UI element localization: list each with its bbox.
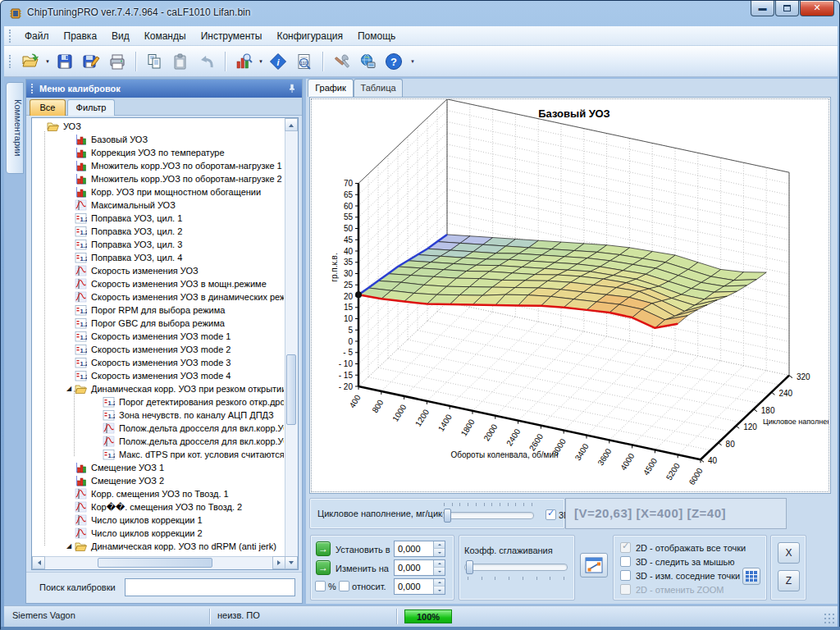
menu-правка[interactable]: Правка [57,28,105,44]
menu-инструменты[interactable]: Инструменты [194,28,270,44]
tree-item[interactable]: 1.2Порог RPM для выбора режима [34,304,284,317]
tab-table[interactable]: Таблица [354,79,403,97]
open-folder-button[interactable] [19,50,42,73]
tree-item[interactable]: ◢Динамическая корр. УОЗ при резком откры… [34,382,284,395]
fill-slider-thumb[interactable] [444,509,451,523]
tab-graph[interactable]: График [308,79,354,97]
close-button[interactable]: ✕ [800,1,834,16]
surface-chart[interactable]: 7065605550454035302520151050- 5- 10- 15-… [312,99,829,491]
scroll-right-button[interactable] [272,556,285,569]
tree-item[interactable]: Множитель корр.УОЗ по оборотам-нагрузке … [34,172,284,185]
info-button[interactable]: i [267,50,290,73]
tree-item[interactable]: 1.2Макс. dTPS при кот. условия считаются… [34,448,284,461]
spin-down-button[interactable] [433,568,445,575]
scroll-left-button[interactable] [32,556,45,569]
tree-item[interactable]: Коррекция УОЗ по температуре [34,146,284,159]
relative-checkbox[interactable] [339,581,349,591]
tree-item[interactable]: 1.2Скорость изменения УОЗ mode 3 [34,356,284,369]
print-button[interactable] [106,50,129,73]
change-value-spinner[interactable]: 0,000 [394,559,445,576]
tree-item[interactable]: Полож.дельта дросселя для вкл.корр.УОЗ 1 [34,422,284,435]
spin-up-button[interactable] [433,541,445,549]
tree-item[interactable]: Скорость изменения УОЗ в мощн.режиме [34,277,284,290]
minimize-button[interactable]: ▬ [751,1,774,16]
menu-помощь[interactable]: Помощь [350,28,403,44]
scroll-up-button[interactable] [285,118,298,131]
tree-item[interactable]: Число циклов коррекции 1 [34,514,284,527]
tree-item[interactable]: 1.2Скорость изменения УОЗ mode 4 [34,369,284,382]
copy-button[interactable] [143,50,166,73]
scroll-down-button[interactable] [285,556,298,569]
spin-up-button[interactable] [433,579,445,587]
save-button[interactable] [53,50,76,73]
expander-icon[interactable]: ◢ [66,382,75,395]
tree-item[interactable]: 1.2Поправка УОЗ, цил. 1 [34,212,284,225]
vertical-scroll-thumb[interactable] [286,354,296,425]
dropdown-caret-icon[interactable]: ▼ [43,59,52,64]
grid-edit-button[interactable] [742,568,760,585]
smoothing-slider-track[interactable] [464,564,568,571]
tree-item[interactable]: 1.2Порог GBC для выбора режима [34,317,284,330]
relative-value-spinner[interactable]: 0,000 [394,578,445,595]
tree-item[interactable]: 1.2Порог детектирования резкого откр.дро… [34,395,284,409]
x-axis-button[interactable]: X [778,542,800,564]
tree-item[interactable]: УОЗ [34,120,284,133]
preview-button[interactable]: 110 [293,50,316,73]
tree-item[interactable]: Скорость изменения УОЗ в динамических ре… [34,290,284,304]
toolbar-overflow-chevron[interactable]: ▼ [410,59,415,64]
help-button[interactable]: ? [382,50,405,73]
tree-item[interactable]: 1.2Поправка УОЗ, цил. 4 [34,251,284,264]
save-as-button[interactable] [80,50,103,73]
comments-side-tab[interactable]: Комментарии [6,82,24,174]
menu-вид[interactable]: Вид [104,28,137,44]
spin-up-button[interactable] [433,560,445,568]
checkbox-3d-view[interactable]: ✓ [546,509,556,520]
spin-down-button[interactable] [433,587,445,594]
vertical-scrollbar[interactable] [285,118,298,569]
stats-button[interactable] [232,50,255,73]
toolbar-grip[interactable] [9,55,12,68]
tree-item[interactable]: Кор��. смещения УОЗ по Твозд. 2 [34,500,284,514]
view-option-checkbox[interactable]: ✓ [620,542,631,553]
interpolate-button[interactable] [580,553,608,578]
title-bar[interactable]: ChipTuningPRO ver.7.4.7.964 - caLF1010 L… [1,1,839,25]
view-option-checkbox[interactable] [620,570,631,581]
chart-area[interactable]: 7065605550454035302520151050- 5- 10- 15-… [311,98,829,492]
z-axis-button[interactable]: Z [778,570,800,591]
tab-all[interactable]: Все [30,99,66,116]
resize-grip[interactable] [824,613,835,624]
set-value-button[interactable]: → [316,541,331,556]
tree-item[interactable]: 1.2Зона нечувств. по каналу АЦП ДПДЗ [34,409,284,422]
maximize-button[interactable] [775,1,799,16]
search-input[interactable] [125,578,295,596]
paste-button[interactable] [169,50,192,73]
dropdown-caret-icon[interactable]: ▼ [257,59,265,64]
tree-item[interactable]: Максимальный УОЗ [34,199,284,212]
tree-item[interactable]: Корр. смещения УОЗ по Твозд. 1 [34,487,284,500]
tree-item[interactable]: 1.2Скорость изменения УОЗ mode 1 [34,330,284,343]
tree-item[interactable]: Множитель корр.УОЗ по оборотам-нагрузке … [34,159,284,172]
tree-item[interactable]: Корр. УОЗ при мощностном обогащении [34,185,284,199]
change-value-button[interactable]: → [316,560,331,575]
tree-item[interactable]: Число циклов коррекции 2 [34,527,284,540]
percent-checkbox[interactable] [315,581,326,591]
menu-конфигурация[interactable]: Конфигурация [269,28,350,44]
fill-slider-track[interactable] [442,512,534,519]
pin-icon[interactable] [287,84,297,94]
web-button[interactable] [356,50,379,73]
view-option-checkbox[interactable] [620,556,631,567]
spin-down-button[interactable] [433,549,445,556]
tree-item[interactable]: Базовый УОЗ [34,133,284,146]
menu-файл[interactable]: Файл [17,28,57,44]
expander-icon[interactable]: ◢ [66,540,75,553]
tree-item[interactable]: 1.2Поправка УОЗ, цил. 3 [34,238,284,251]
smoothing-slider-thumb[interactable] [466,560,473,574]
tools-button[interactable] [330,50,353,73]
tree-item[interactable]: Скорость изменения УОЗ [34,264,284,277]
tree-item[interactable]: Полож.дельта дросселя для вкл.корр.УОЗ 2 [34,435,284,448]
menu-команды[interactable]: Команды [137,28,194,44]
tree-item[interactable]: Смещение УОЗ 1 [34,461,284,474]
tree-item[interactable]: ◢Динамическая корр. УОЗ по dRPM (anti je… [34,540,284,553]
calibration-panel-header[interactable]: Меню калибровок [26,80,302,98]
set-value-spinner[interactable]: 0,000 [394,541,445,557]
